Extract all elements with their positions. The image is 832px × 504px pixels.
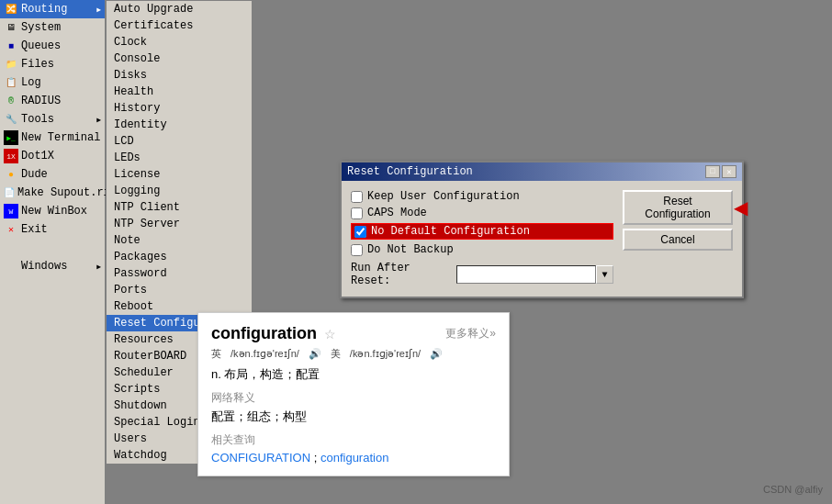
dropdown-item-health[interactable]: Health [107, 84, 252, 100]
dict-related-links: CONFIGURATION ; configuration [211, 451, 496, 465]
reset-config-dialog: Reset Configuration □ ✕ Keep User Config… [340, 161, 744, 298]
sidebar-item-windows[interactable]: Windows [0, 257, 105, 275]
no-default-config-label: No Default Configuration [371, 225, 530, 238]
dropdown-item-disks[interactable]: Disks [107, 67, 252, 84]
sidebar-item-dude[interactable]: ● Dude [0, 165, 105, 184]
dialog-options: Keep User Configuration CAPS Mode No Def… [351, 190, 613, 287]
dropdown-item-password[interactable]: Password [107, 265, 252, 282]
dropdown-item-packages[interactable]: Packages [107, 249, 252, 265]
dict-phonetic-us-lang: 美 [331, 347, 341, 361]
sidebar-item-new-terminal[interactable]: ▶_ New Terminal [0, 129, 105, 147]
dropdown-item-ntp-server[interactable]: NTP Server [107, 216, 252, 232]
dict-phonetic-us-ipa: /kən.fɪɡjə'reɪʃn/ [350, 348, 421, 360]
dictionary-popup: configuration ☆ 更多释义» 英 /kən.fɪɡə'reɪʃn/… [197, 312, 510, 476]
do-not-backup-row: Do Not Backup [351, 243, 613, 256]
dict-word-row: configuration ☆ 更多释义» [211, 324, 496, 343]
dropdown-item-logging[interactable]: Logging [107, 183, 252, 199]
do-not-backup-checkbox[interactable] [351, 244, 363, 256]
dropdown-item-identity[interactable]: Identity [107, 117, 252, 133]
dropdown-item-console[interactable]: Console [107, 50, 252, 67]
sidebar-item-routing[interactable]: 🔀 Routing [0, 0, 105, 18]
keep-user-config-row: Keep User Configuration [351, 190, 613, 203]
dict-related-link-2[interactable]: configuration [320, 451, 388, 465]
no-default-config-checkbox[interactable] [354, 226, 366, 238]
dict-sound-en-button[interactable]: 🔊 [309, 348, 321, 360]
network-icon: 🔀 [4, 2, 18, 17]
run-after-row: Run After Reset: ▼ [351, 262, 613, 287]
queue-icon: ■ [4, 39, 18, 53]
dropdown-item-auto-upgrade[interactable]: Auto Upgrade [107, 1, 252, 17]
radius-icon: ® [4, 94, 18, 108]
dropdown-item-note[interactable]: Note [107, 232, 252, 249]
exit-icon: ✕ [4, 222, 18, 237]
sidebar-item-files[interactable]: 📁 Files [0, 55, 105, 73]
reset-configuration-button[interactable]: Reset Configuration ◀ [623, 190, 733, 225]
dict-related-separator: ; [310, 451, 320, 465]
dropdown-item-ports[interactable]: Ports [107, 282, 252, 298]
keep-user-config-label: Keep User Configuration [367, 190, 520, 203]
dialog-restore-button[interactable]: □ [705, 165, 720, 178]
sidebar-item-log[interactable]: 📋 Log [0, 73, 105, 92]
dict-phonetic-en-lang: 英 [211, 347, 221, 361]
caps-mode-label: CAPS Mode [367, 207, 427, 219]
dude-icon: ● [4, 167, 18, 182]
titlebar-buttons: □ ✕ [705, 165, 736, 178]
run-after-input[interactable] [456, 265, 596, 284]
dict-phonetics: 英 /kən.fɪɡə'reɪʃn/ 🔊 美 /kən.fɪɡjə'reɪʃn/… [211, 347, 496, 361]
sidebar-item-make-supout[interactable]: 📄 Make Supout.rif [0, 184, 105, 202]
dict-network-meaning-title: 网络释义 [211, 390, 496, 406]
dialog-actions: Reset Configuration ◀ Cancel [623, 190, 733, 287]
run-after-label: Run After Reset: [351, 262, 452, 287]
dialog-close-button[interactable]: ✕ [722, 165, 736, 178]
dropdown-item-lcd[interactable]: LCD [107, 133, 252, 150]
dict-meaning: n. 布局，构造；配置 [211, 366, 496, 383]
sidebar-item-radius[interactable]: ® RADIUS [0, 92, 105, 110]
dict-network-meaning: 配置；组态；构型 [211, 409, 496, 425]
winbox-icon: W [4, 204, 18, 218]
dropdown-item-clock[interactable]: Clock [107, 34, 252, 50]
sidebar-item-exit[interactable]: ✕ Exit [0, 220, 105, 239]
dropdown-item-certificates[interactable]: Certificates [107, 17, 252, 34]
no-default-config-row: No Default Configuration [351, 223, 613, 240]
dialog-body: Keep User Configuration CAPS Mode No Def… [342, 181, 742, 297]
keep-user-config-checkbox[interactable] [351, 191, 363, 203]
run-after-dropdown-button[interactable]: ▼ [596, 265, 613, 284]
dict-more-label[interactable]: 更多释义» [445, 326, 496, 342]
dropdown-item-license[interactable]: License [107, 166, 252, 183]
dropdown-item-history[interactable]: History [107, 100, 252, 117]
sidebar-item-system[interactable]: 🖥 System [0, 18, 105, 37]
dict-related-link-1[interactable]: CONFIGURATION [211, 451, 310, 465]
tools-icon: 🔧 [4, 112, 18, 127]
sidebar-item-dot1x[interactable]: 1X Dot1X [0, 147, 105, 165]
dropdown-item-leds[interactable]: LEDs [107, 150, 252, 166]
dict-sound-us-button[interactable]: 🔊 [430, 348, 443, 360]
dict-related-title: 相关查询 [211, 432, 496, 448]
terminal-icon: ▶_ [4, 130, 18, 145]
dict-star-icon[interactable]: ☆ [324, 327, 336, 342]
log-icon: 📋 [4, 75, 18, 90]
system-icon: 🖥 [4, 20, 18, 35]
files-icon: 📁 [4, 57, 18, 72]
sidebar-item-queues[interactable]: ■ Queues [0, 37, 105, 55]
sidebar: 🔀 Routing 🖥 System ■ Queues 📁 Files 📋 Lo… [0, 0, 106, 504]
dropdown-item-ntp-client[interactable]: NTP Client [107, 199, 252, 216]
sidebar-item-new-winbox[interactable]: W New WinBox [0, 202, 105, 220]
caps-mode-row: CAPS Mode [351, 207, 613, 219]
file-icon: 📄 [4, 185, 15, 200]
windows-icon [4, 259, 18, 274]
watermark: CSDN @alfiy [763, 484, 823, 495]
dict-phonetic-en-ipa: /kən.fɪɡə'reɪʃn/ [230, 348, 299, 360]
dialog-titlebar: Reset Configuration □ ✕ [342, 162, 742, 181]
sidebar-item-tools[interactable]: 🔧 Tools [0, 110, 105, 129]
dialog-title: Reset Configuration [347, 165, 473, 178]
do-not-backup-label: Do Not Backup [367, 243, 454, 256]
dot1x-icon: 1X [4, 149, 18, 163]
dict-word: configuration [211, 324, 317, 343]
caps-mode-checkbox[interactable] [351, 207, 363, 219]
red-arrow-indicator: ◀ [734, 196, 748, 218]
cancel-button[interactable]: Cancel [623, 229, 733, 251]
